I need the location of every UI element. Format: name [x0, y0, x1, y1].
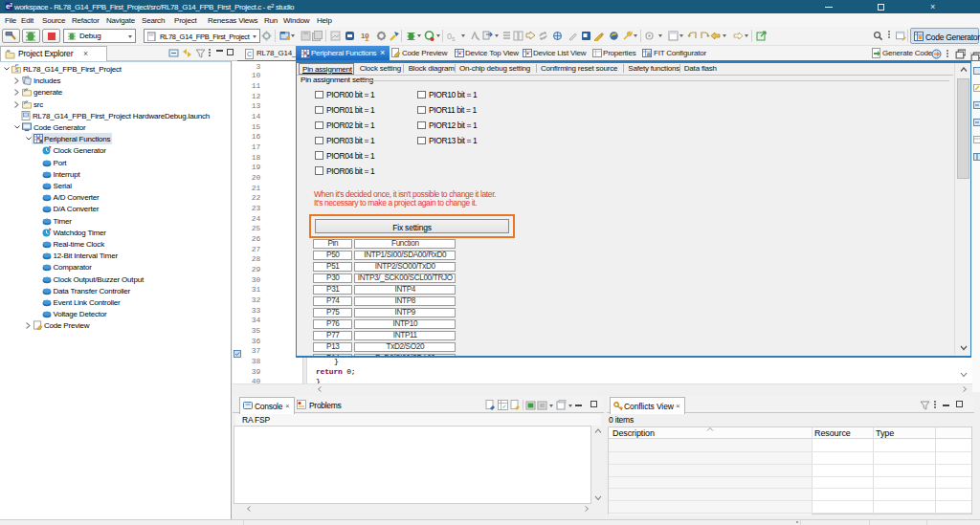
- svg-text:C: C: [247, 51, 252, 57]
- svg-text:✓: ✓: [502, 404, 507, 409]
- svg-text:s: s: [452, 35, 456, 41]
- svg-text:S: S: [15, 67, 19, 73]
